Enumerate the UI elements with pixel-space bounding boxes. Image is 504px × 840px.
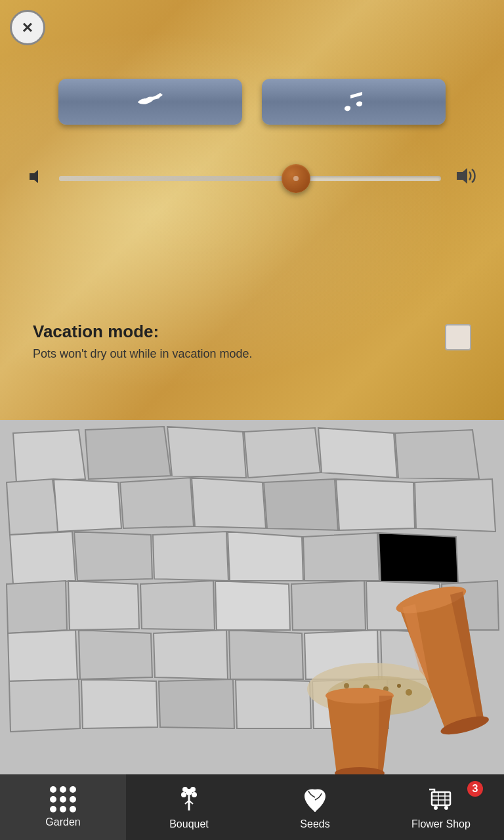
- shop-icon: [425, 784, 457, 816]
- svg-marker-38: [159, 679, 234, 728]
- svg-point-73: [444, 806, 448, 810]
- nav-tab-garden[interactable]: Garden: [0, 774, 126, 840]
- svg-marker-12: [120, 478, 194, 528]
- svg-point-48: [397, 684, 401, 688]
- slider-track: [59, 176, 441, 181]
- svg-marker-30: [8, 630, 77, 681]
- svg-point-72: [434, 806, 438, 810]
- svg-marker-23: [7, 581, 67, 633]
- svg-point-61: [190, 787, 196, 792]
- music-sound-button[interactable]: [262, 79, 446, 125]
- bottom-navigation: Garden Bouquet Seeds 3: [0, 774, 504, 840]
- music-icon: [337, 85, 370, 118]
- shop-label: Flower Shop: [411, 818, 471, 830]
- bouquet-label: Bouquet: [169, 818, 209, 830]
- flower-pots-svg: [242, 545, 504, 774]
- vacation-mode-description: Pots won't dry out while in vacation mod…: [33, 347, 253, 361]
- svg-point-43: [344, 683, 349, 688]
- svg-marker-7: [244, 428, 320, 478]
- garden-label: Garden: [45, 816, 80, 828]
- svg-marker-9: [395, 430, 479, 479]
- volume-slider[interactable]: [59, 172, 441, 185]
- seeds-icon: [299, 784, 331, 816]
- svg-rect-67: [432, 792, 450, 805]
- vacation-mode-title: Vacation mode:: [33, 322, 253, 342]
- svg-marker-36: [9, 679, 80, 732]
- slider-thumb[interactable]: [282, 164, 310, 193]
- shop-badge: 3: [466, 780, 484, 798]
- svg-marker-1: [30, 170, 38, 183]
- nav-tab-bouquet[interactable]: Bouquet: [126, 774, 252, 840]
- svg-marker-14: [264, 479, 338, 530]
- close-button[interactable]: ×: [9, 9, 46, 46]
- svg-marker-10: [7, 479, 59, 535]
- svg-marker-19: [153, 532, 228, 581]
- svg-point-62: [181, 792, 186, 797]
- sound-buttons-row: [33, 79, 471, 125]
- garden-icon: [50, 786, 76, 812]
- svg-point-63: [192, 792, 197, 797]
- svg-marker-17: [10, 532, 75, 584]
- volume-row: [26, 164, 478, 193]
- slider-thumb-dot: [293, 176, 299, 181]
- svg-point-60: [182, 787, 188, 792]
- nav-tab-seeds[interactable]: Seeds: [252, 774, 378, 840]
- svg-marker-25: [140, 581, 215, 630]
- svg-marker-8: [318, 428, 397, 478]
- nav-tab-flower-shop[interactable]: 3 Flower Shop: [378, 774, 504, 840]
- svg-marker-37: [81, 679, 158, 728]
- svg-marker-13: [192, 478, 266, 528]
- pots-area: [242, 545, 504, 774]
- svg-marker-31: [79, 630, 152, 679]
- svg-marker-32: [154, 630, 228, 679]
- seeds-label: Seeds: [300, 818, 329, 830]
- svg-marker-16: [415, 479, 495, 532]
- settings-panel: ×: [0, 0, 504, 420]
- svg-marker-6: [167, 427, 246, 478]
- svg-marker-2: [457, 168, 467, 184]
- svg-marker-15: [336, 479, 415, 530]
- svg-marker-11: [54, 479, 121, 532]
- vacation-text: Vacation mode: Pots won't dry out while …: [33, 322, 253, 361]
- garden-section: [0, 420, 504, 774]
- close-icon: ×: [22, 18, 33, 37]
- bird-sound-button[interactable]: [58, 79, 242, 125]
- volume-high-icon: [454, 164, 478, 193]
- svg-marker-5: [85, 427, 171, 479]
- svg-marker-18: [74, 532, 152, 581]
- bird-icon: [134, 85, 167, 118]
- volume-low-icon: [26, 167, 46, 191]
- svg-point-49: [406, 689, 412, 696]
- svg-point-0: [159, 93, 161, 96]
- svg-marker-24: [68, 581, 139, 630]
- svg-marker-58: [378, 696, 392, 774]
- svg-marker-4: [13, 430, 85, 482]
- vacation-mode-checkbox[interactable]: [445, 324, 471, 350]
- vacation-mode-section: Vacation mode: Pots won't dry out while …: [33, 322, 471, 361]
- slider-fill: [59, 176, 296, 181]
- bouquet-icon: [173, 784, 205, 816]
